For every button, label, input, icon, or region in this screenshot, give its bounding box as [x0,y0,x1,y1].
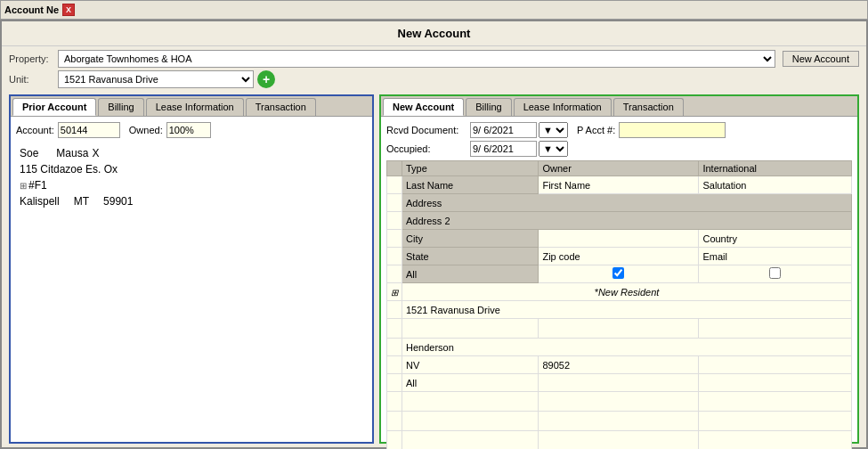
first-name: MausaX [56,147,99,159]
owned-input[interactable] [166,122,211,138]
all2-data: All [402,374,539,392]
property-row: Property: Aborgate Townhomes & HOA New A… [9,50,859,68]
rcvd-doc-row: Rcvd Document: ▼ P Acct #: [386,122,852,138]
top-bar: New Account [2,21,866,46]
property-label: Property: [9,53,58,64]
address-data-row: 1521 Ravanusa Drive [387,301,852,319]
zip: 59901 [103,195,133,208]
tab-new-account-right[interactable]: New Account [383,98,464,116]
city-row: City Country [387,230,852,248]
col-owner: Owner [539,161,699,176]
occupied-row: Occupied: ▼ [386,141,852,157]
account-input[interactable] [58,122,120,138]
content-area: Prior Account Billing Lease Information … [2,94,866,449]
address2-row: Address 2 [387,212,852,230]
rcvd-doc-label: Rcvd Document: [386,125,466,135]
country-label: Country [699,230,852,248]
account-row: Account: Owned: [16,122,367,138]
city-data: Henderson [402,339,852,356]
last-name: Soe [20,147,38,159]
city-label: City [402,230,539,248]
right-content: Rcvd Document: ▼ P Acct #: Occupied: ▼ [381,117,857,449]
left-tab-bar: Prior Account Billing Lease Information … [11,96,372,117]
right-data-table: Type Owner International Last Name First… [386,160,852,449]
address-label: Address [402,194,852,212]
new-resident-label: *New Resident [402,283,852,301]
form-area: Property: Aborgate Townhomes & HOA New A… [2,46,866,94]
all-label: All [402,265,539,283]
empty-row-3 [387,412,852,431]
tab-prior-account[interactable]: Prior Account [12,98,96,116]
pacct-input[interactable] [619,122,726,138]
new-resident-row: ⊞ *New Resident [387,283,852,301]
page-title: New Account [398,27,471,40]
address-data: 1521 Ravanusa Drive [402,301,852,319]
col-international: International [699,161,852,176]
col-type: Type [402,161,539,176]
state-data: NV [402,356,539,374]
close-button[interactable]: X [62,4,75,16]
salutation-label: Salutation [699,176,852,194]
expand-row: ⊞ #F1 [16,177,367,193]
international-checkbox[interactable] [769,267,781,279]
tab-lease-left[interactable]: Lease Information [146,98,244,116]
address1-row: 115 Citdazoe Es. Ox [16,161,367,177]
zip-label: Zip code [539,248,699,265]
first-name-label: First Name [539,176,699,194]
address1: 115 Citdazoe Es. Ox [20,163,118,176]
tab-billing-left[interactable]: Billing [98,98,143,116]
empty-row-4 [387,431,852,450]
tab-lease-right[interactable]: Lease Information [514,98,612,116]
address2: #F1 [28,179,47,192]
state-data-row: NV 89052 [387,356,852,374]
right-tab-bar: New Account Billing Lease Information Tr… [381,96,857,117]
last-name-row: Last Name First Name Salutation [387,176,852,194]
expand-icon[interactable]: ⊞ [20,181,27,191]
rcvd-doc-input[interactable] [470,122,537,138]
city-row: Kalispell MT 59901 [16,193,367,209]
title-bar-text: Account Ne [4,4,59,15]
right-panel: New Account Billing Lease Information Tr… [379,94,859,444]
rcvd-doc-dropdown[interactable]: ▼ [539,122,568,138]
occupied-input[interactable] [470,141,537,157]
occupied-dropdown[interactable]: ▼ [539,141,568,157]
new-resident-expand-icon[interactable]: ⊞ [391,288,398,298]
person-section: Soe MausaX 115 Citdazoe Es. Ox ⊞ #F1 Kal… [16,143,367,211]
title-bar: Account Ne X [0,0,868,20]
occupied-label: Occupied: [386,143,466,154]
address-row: Address [387,194,852,212]
state: MT [74,195,89,208]
account-label: Account: [16,125,54,135]
main-window: New Account Property: Aborgate Townhomes… [0,20,868,449]
tab-billing-right[interactable]: Billing [466,98,511,116]
zip-data: 89052 [539,356,699,374]
state-label: State [402,248,539,265]
unit-row: Unit: 1521 Ravanusa Drive + [9,70,859,88]
property-select[interactable]: Aborgate Townhomes & HOA [58,50,775,68]
owned-label: Owned: [129,125,163,135]
unit-select[interactable]: 1521 Ravanusa Drive [58,70,254,88]
city-data-row: Henderson [387,339,852,356]
all-row: All [387,265,852,283]
new-account-button[interactable]: New Account [783,51,859,67]
pacct-label: P Acct #: [577,125,615,135]
left-panel: Prior Account Billing Lease Information … [9,94,374,444]
name-row: Soe MausaX [16,145,367,161]
all2-data-row: All [387,374,852,392]
owner-checkbox[interactable] [612,267,624,279]
unit-label: Unit: [9,74,58,85]
last-name-label: Last Name [402,176,539,194]
email-label: Email [699,248,852,265]
empty-row-2 [387,392,852,412]
tab-transaction-right[interactable]: Transaction [613,98,684,116]
city: Kalispell [20,195,60,208]
left-content: Account: Owned: Soe MausaX 115 Citdazoe … [11,117,372,442]
state-row: State Zip code Email [387,248,852,265]
empty-row-1 [387,319,852,339]
tab-transaction-left[interactable]: Transaction [246,98,316,116]
add-button[interactable]: + [257,70,275,88]
address2-label: Address 2 [402,212,852,230]
